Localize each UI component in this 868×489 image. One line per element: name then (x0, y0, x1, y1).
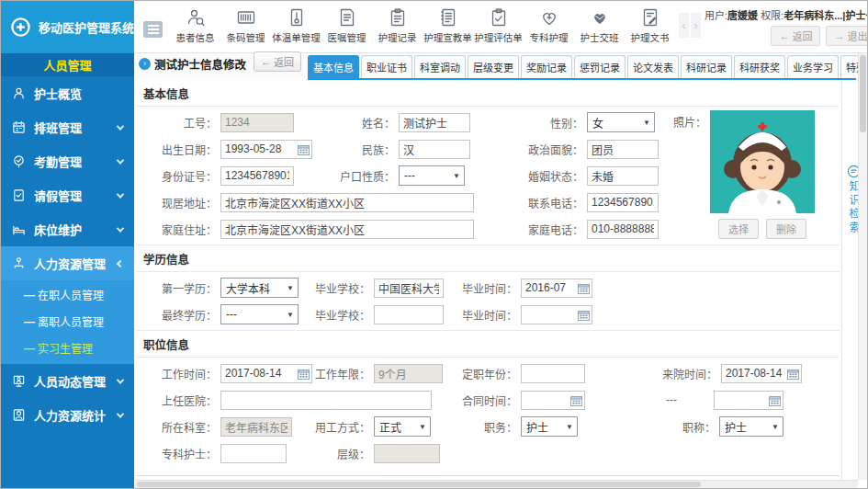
sidebar-item-attendance-management[interactable]: 考勤管理 (1, 144, 134, 178)
prev-hospital-label: 上任医院： (143, 392, 217, 408)
calendar-icon[interactable] (578, 283, 590, 294)
toolbar-item-nursing-documents[interactable]: 护理文书 (625, 7, 675, 44)
menu-hamburger-icon[interactable] (143, 21, 163, 38)
prev-hospital-field[interactable] (220, 391, 432, 410)
tab-reward-records[interactable]: 奖励记录 (521, 55, 572, 78)
calendar-icon[interactable] (769, 395, 781, 406)
hr-submenu: —在职人员管理 —离职人员管理 —实习生管理 (1, 280, 134, 364)
calendar-icon[interactable] (298, 144, 310, 155)
orders-document-icon (337, 7, 357, 28)
tab-professional-certificates[interactable]: 职业证书 (361, 55, 412, 78)
contact-phone-field[interactable] (587, 193, 659, 212)
calendar-icon[interactable] (787, 369, 799, 380)
caret-down-icon: ▼ (453, 172, 460, 180)
scroll-right-icon[interactable]: › (691, 13, 701, 38)
grad-school1-field[interactable] (374, 279, 444, 298)
department-field[interactable] (220, 417, 292, 437)
calendar-icon[interactable] (578, 310, 590, 321)
calendar-icon[interactable] (570, 395, 582, 406)
chevron-down-icon (117, 410, 124, 417)
section-title: 学历信息 (136, 245, 840, 272)
tab-research-awards[interactable]: 科研获奖 (734, 55, 785, 78)
horizontal-scrollbar[interactable] (135, 480, 858, 488)
toolbar-item-temperature-sheet[interactable]: 体温单管理 (271, 7, 321, 44)
heart-plus-icon (539, 7, 559, 28)
tab-paper-publication[interactable]: 论文发表 (627, 55, 679, 78)
household-type-label: 户口性质： (340, 168, 395, 184)
home-address-field[interactable] (220, 220, 474, 239)
gender-select[interactable]: 女▼ (587, 112, 655, 132)
ethnicity-field[interactable] (399, 140, 470, 159)
id-number-field[interactable] (220, 166, 294, 186)
specialty-nurse-field[interactable] (220, 444, 287, 463)
tenure-year-field[interactable] (521, 364, 585, 383)
toolbar-item-shift-handover[interactable]: 护士交班 (574, 7, 625, 44)
toolbar-item-specialty-nursing[interactable]: 专科护理 (524, 7, 574, 44)
sidebar-item-schedule-management[interactable]: 排班管理 (1, 110, 134, 144)
sidebar-subitem-resigned-staff[interactable]: —离职人员管理 (1, 308, 134, 335)
work-years-field[interactable] (374, 364, 443, 383)
tab-department-transfer[interactable]: 科室调动 (414, 55, 466, 78)
sidebar-item-leave-management[interactable]: 请假管理 (1, 178, 134, 212)
sidebar-item-nurse-overview[interactable]: 护士概览 (1, 76, 134, 110)
app-title: 移动医护管理系统 (39, 18, 134, 36)
sidebar-item-personnel-dynamics[interactable]: 人员动态管理 (1, 364, 134, 398)
return-button[interactable]: ←返回 (771, 26, 820, 46)
grad-school2-field[interactable] (374, 305, 444, 324)
toolbar-item-education-sheet[interactable]: 护理宣教单 (423, 7, 473, 44)
tab-business-study[interactable]: 业务学习 (787, 55, 839, 78)
marital-status-field[interactable] (587, 166, 659, 186)
tab-research-records[interactable]: 科研记录 (681, 55, 732, 78)
home-phone-field[interactable] (587, 220, 659, 239)
household-type-select[interactable]: ---▼ (399, 165, 465, 186)
current-address-field[interactable] (220, 193, 474, 212)
logout-button[interactable]: →退出 (826, 26, 868, 46)
toolbar-item-medical-orders[interactable]: 医嘱管理 (321, 7, 372, 44)
caret-down-icon: ▼ (566, 423, 573, 431)
document-pen-icon (640, 7, 660, 28)
calendar-icon[interactable] (298, 369, 310, 380)
logo-medical-cross-icon (9, 16, 32, 39)
duty-label: 职务： (460, 419, 517, 435)
sidebar-item-hr-statistics[interactable]: 人力资源统计 (1, 398, 134, 432)
sidebar: 人员管理 护士概览 排班管理 考勤管理 请假管理 床位维护 (1, 53, 134, 489)
level-field[interactable] (374, 444, 440, 463)
toolbar-item-barcode[interactable]: 条码管理 (220, 7, 271, 44)
political-status-label: 政治面貌： (524, 142, 583, 157)
sidebar-subitem-active-staff[interactable]: —在职人员管理 (1, 281, 134, 308)
sidebar-subitem-intern-management[interactable]: —实习生管理 (1, 335, 134, 361)
final-degree-label: 最终学历： (143, 307, 217, 323)
page-back-button[interactable]: ←返回 (254, 51, 301, 72)
section-title: 职位信息 (136, 331, 840, 358)
tab-level-change[interactable]: 层级变更 (468, 55, 519, 78)
grad-time-label: 毕业时间： (460, 307, 517, 323)
toolbar-item-nursing-record[interactable]: 护理记录 (372, 7, 423, 44)
ethnicity-label: 民族： (340, 142, 395, 157)
toolbar-item-assessment-sheet[interactable]: 护理评估单 (473, 7, 524, 44)
name-label: 姓名： (340, 115, 395, 131)
toolbar-item-patient-info[interactable]: 患者信息 (170, 7, 220, 44)
section-title: 基本信息 (136, 80, 840, 107)
emp-no-field[interactable] (220, 113, 294, 132)
photo-select-button[interactable]: 选择 (718, 219, 759, 239)
professional-title-select[interactable]: 护士▼ (719, 416, 783, 437)
scroll-left-icon[interactable]: ‹ (679, 13, 689, 38)
chevron-down-icon (117, 190, 124, 198)
sidebar-item-bed-maintenance[interactable]: 床位维护 (1, 212, 134, 246)
political-status-field[interactable] (587, 140, 659, 159)
tab-punishment-records[interactable]: 惩罚记录 (574, 55, 626, 78)
sidebar-header: 人员管理 (1, 53, 134, 76)
final-degree-select[interactable]: ---▼ (220, 304, 299, 324)
level-label: 层级： (315, 446, 370, 461)
photo-delete-button[interactable]: 删除 (766, 219, 806, 239)
vertical-scrollbar[interactable] (858, 53, 867, 480)
tab-basic-info[interactable]: 基本信息 (308, 55, 359, 78)
first-degree-select[interactable]: 大学本科▼ (220, 278, 299, 298)
duty-select[interactable]: 护士▼ (521, 416, 578, 437)
vertical-scrollbar-thumb[interactable] (860, 55, 866, 132)
user-info: 用户:唐媛媛 权限:老年病科东...|护士长 (705, 7, 868, 22)
horizontal-scrollbar-thumb[interactable] (137, 482, 701, 487)
name-field[interactable] (399, 113, 470, 132)
sidebar-item-hr-management[interactable]: 人力资源管理 (1, 246, 134, 280)
employment-type-select[interactable]: 正式▼ (374, 416, 431, 437)
